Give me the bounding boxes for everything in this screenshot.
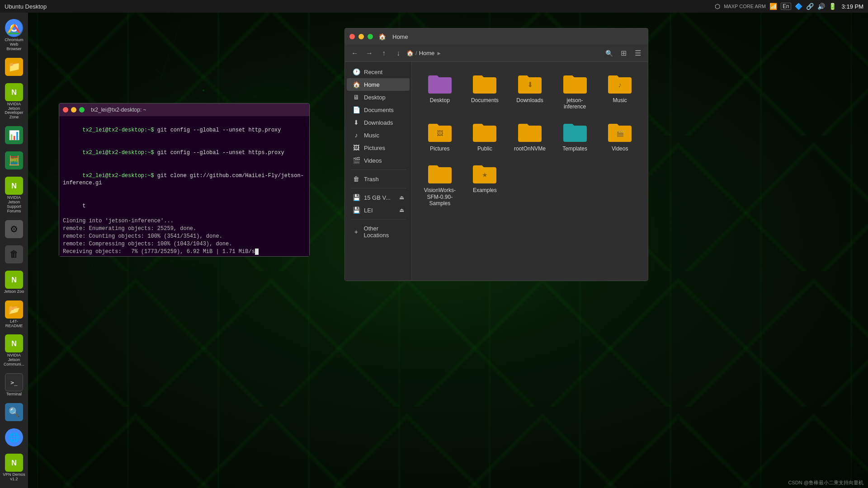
dock-item-settings[interactable]: ⚙ xyxy=(1,218,27,241)
music-icon: ♪ xyxy=(352,131,360,139)
dock-item-trash[interactable]: 🗑 xyxy=(1,244,27,266)
fm-content: 🕐 Recent 🏠 Home 🖥 Desktop 📄 Documents ⬇ … xyxy=(345,62,648,281)
sidebar-item-videos[interactable]: 🎬 Videos xyxy=(347,154,410,167)
sidebar-item-downloads[interactable]: ⬇ Downloads xyxy=(347,116,410,129)
folder-label-pictures: Pictures xyxy=(430,145,449,152)
folder-label-desktop: Desktop xyxy=(430,97,450,103)
sidebar-item-music[interactable]: ♪ Music xyxy=(347,129,410,141)
sidebar-item-15gb[interactable]: 💾 15 GB V... ⏏ xyxy=(347,191,410,204)
folder-item-rootOnNVMe[interactable]: rootOnNVMe xyxy=(509,117,551,155)
fm-forward-btn[interactable]: → xyxy=(363,47,376,60)
home-icon-title: 🏠 xyxy=(378,33,386,40)
dock-item-spreadsheet[interactable]: 📊 xyxy=(1,124,27,147)
dock-item-magnifier[interactable]: 🔍 xyxy=(1,401,27,424)
folder-label-visionworks: VisionWorks-SFM-0.90-Samples xyxy=(422,187,458,206)
folder-icon-desktop xyxy=(427,73,453,94)
dock-item-vpndemos[interactable]: N VPN Demos v1.2 xyxy=(1,452,27,483)
sidebar-item-documents[interactable]: 📄 Documents xyxy=(347,103,410,116)
terminal-prompt-1: tx2_lei@tx2-desktop:~$ xyxy=(82,127,154,133)
fm-up-btn[interactable]: ↑ xyxy=(377,47,390,60)
sidebar-item-desktop[interactable]: 🖥 Desktop xyxy=(347,91,410,103)
dock-item-files[interactable]: 📁 xyxy=(1,56,27,79)
fm-title: Home xyxy=(392,33,408,40)
terminal-body[interactable]: tx2_lei@tx2-desktop:~$ git config --glob… xyxy=(59,116,309,256)
folder-item-music[interactable]: ♪ Music xyxy=(599,69,641,114)
folder-icon-music: ♪ xyxy=(607,73,632,94)
folder-shape-jetson-inference xyxy=(563,74,587,94)
fm-close-btn[interactable] xyxy=(349,34,355,39)
folder-item-jetson-inference[interactable]: jetson-inference xyxy=(554,69,596,114)
terminal-minimize-btn[interactable] xyxy=(71,107,76,113)
terminal-maximize-btn[interactable] xyxy=(79,107,85,113)
fm-view-btn[interactable]: ⊞ xyxy=(617,47,630,60)
folder-item-downloads[interactable]: ⬇ Downloads xyxy=(509,69,551,114)
folder-item-public[interactable]: Public xyxy=(464,117,506,155)
dock-label-nvidia-dev: NVIDIA Jetson Developer Zone xyxy=(2,102,26,120)
folder-icon-pictures: 🖼 xyxy=(427,121,453,143)
folder-item-desktop[interactable]: Desktop xyxy=(419,69,461,114)
folder-item-examples[interactable]: ★ Examples xyxy=(464,159,506,210)
folder-label-music: Music xyxy=(613,97,627,103)
fm-titlebar: 🏠 Home xyxy=(345,28,648,45)
desktop-icon: 🖥 xyxy=(352,94,360,101)
clock[interactable]: 3:19 PM xyxy=(842,3,863,10)
dock-item-nvidia-dev[interactable]: N NVIDIA Jetson Developer Zone xyxy=(1,81,27,122)
fm-actions: 🔍 ⊞ ☰ xyxy=(603,47,644,60)
network-icon[interactable]: 🔗 xyxy=(806,3,814,10)
fm-down-btn[interactable]: ↓ xyxy=(392,47,405,60)
folder-item-pictures[interactable]: 🖼 Pictures xyxy=(419,117,461,155)
folder-shape-music: ♪ xyxy=(608,74,632,94)
wifi-icon[interactable]: 📶 xyxy=(769,3,777,10)
eject-icon-lei[interactable]: ⏏ xyxy=(399,207,404,213)
sidebar-item-other[interactable]: + Other Locations xyxy=(347,222,410,241)
fm-minimize-btn[interactable] xyxy=(359,34,364,39)
fm-search-btn[interactable]: 🔍 xyxy=(603,47,615,60)
dock-item-nvidia-support[interactable]: N NVIDIA Jetson Support Forums xyxy=(1,175,27,216)
sidebar-item-lei[interactable]: 💾 LEI ⏏ xyxy=(347,204,410,216)
dock-item-chromium[interactable]: Chromium Web Browser xyxy=(1,17,27,53)
other-icon: + xyxy=(352,228,360,235)
dock-item-browser2[interactable]: 🌐 xyxy=(1,427,27,449)
battery-icon[interactable]: 🔋 xyxy=(829,3,836,10)
fm-maximize-btn[interactable] xyxy=(368,34,373,39)
terminal-line-3: tx2_lei@tx2-desktop:~$ git clone git://g… xyxy=(63,164,306,195)
terminal-line-6: remote: Counting objects: 100% (3541/354… xyxy=(63,233,306,240)
sidebar-item-home[interactable]: 🏠 Home xyxy=(347,78,410,91)
folder-label-templates: Templates xyxy=(562,145,587,152)
brand-label: MAXP CORE ARM xyxy=(724,4,766,9)
sidebar-divider-3 xyxy=(350,219,406,220)
svg-text:N: N xyxy=(11,89,17,96)
dock-item-nvidia-comm[interactable]: N NVIDIA Jetson Communi... xyxy=(1,333,27,369)
sidebar-label-desktop: Desktop xyxy=(364,94,386,101)
folder-item-documents[interactable]: Documents xyxy=(464,69,506,114)
folder-label-rootOnNVMe: rootOnNVMe xyxy=(514,145,546,152)
folder-item-videos[interactable]: 🎬 Videos xyxy=(599,117,641,155)
dock-item-help[interactable]: ? xyxy=(1,486,27,488)
lang-icon[interactable]: En xyxy=(781,3,791,10)
dock-item-terminal[interactable]: >_ Terminal xyxy=(1,371,27,399)
fm-back-btn[interactable]: ← xyxy=(349,47,361,60)
fm-path: 🏠 / Home ► xyxy=(406,50,601,56)
dock-item-calc[interactable]: 🧮 xyxy=(1,150,27,172)
nvidia-dev-icon: N xyxy=(6,84,22,100)
sidebar-item-trash[interactable]: 🗑 Trash xyxy=(347,173,410,185)
sidebar-label-documents: Documents xyxy=(364,107,394,113)
dock-item-readme[interactable]: 📂 L4T- README xyxy=(1,299,27,330)
dock-label-jetson-zoo: Jetson Zoo xyxy=(4,290,24,294)
folder-shape-public xyxy=(473,122,496,142)
terminal-close-btn[interactable] xyxy=(63,107,68,113)
eject-icon-15gb[interactable]: ⏏ xyxy=(399,194,404,201)
folder-label-videos: Videos xyxy=(612,145,628,152)
fm-menu-btn[interactable]: ☰ xyxy=(632,47,644,60)
svg-text:N: N xyxy=(11,276,17,284)
volume-icon[interactable]: 🔊 xyxy=(817,3,825,10)
dock-item-jetson-zoo[interactable]: N Jetson Zoo xyxy=(1,269,27,296)
bluetooth-icon[interactable]: 🔷 xyxy=(795,3,802,10)
folder-item-visionworks[interactable]: VisionWorks-SFM-0.90-Samples xyxy=(419,159,461,210)
dock-label-terminal: Terminal xyxy=(6,392,22,397)
terminal-line-4: Cloning into 'jetson-inference'... xyxy=(63,217,306,225)
sidebar-item-recent[interactable]: 🕐 Recent xyxy=(347,66,410,78)
folder-item-templates[interactable]: Templates xyxy=(554,117,596,155)
folder-shape-rootOnNVMe xyxy=(518,122,542,142)
sidebar-item-pictures[interactable]: 🖼 Pictures xyxy=(347,141,410,154)
